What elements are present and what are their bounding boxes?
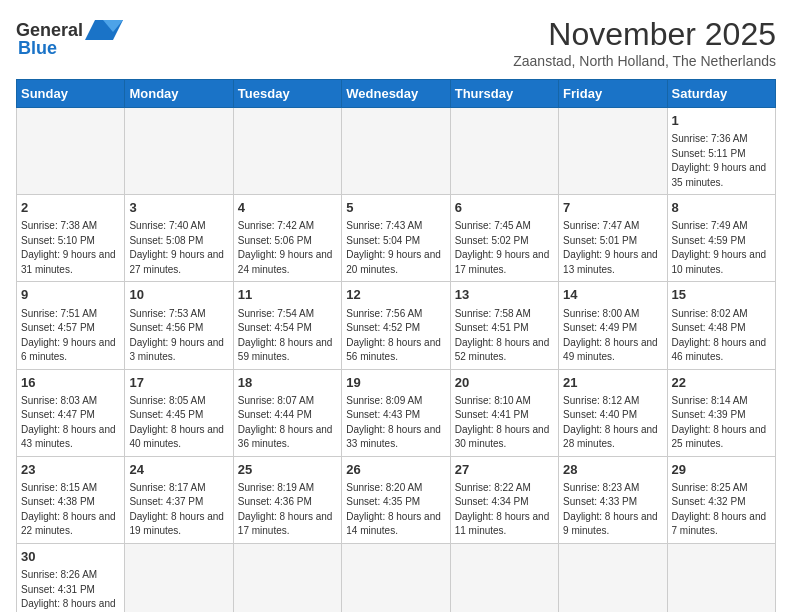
day-number: 11 bbox=[238, 286, 337, 304]
day-number: 25 bbox=[238, 461, 337, 479]
calendar-cell: 20Sunrise: 8:10 AM Sunset: 4:41 PM Dayli… bbox=[450, 369, 558, 456]
calendar-cell: 12Sunrise: 7:56 AM Sunset: 4:52 PM Dayli… bbox=[342, 282, 450, 369]
calendar-cell bbox=[125, 108, 233, 195]
day-info: Sunrise: 7:42 AM Sunset: 5:06 PM Dayligh… bbox=[238, 219, 337, 277]
day-info: Sunrise: 8:26 AM Sunset: 4:31 PM Dayligh… bbox=[21, 568, 120, 612]
col-header-saturday: Saturday bbox=[667, 80, 775, 108]
day-info: Sunrise: 7:49 AM Sunset: 4:59 PM Dayligh… bbox=[672, 219, 771, 277]
week-row-0: 1Sunrise: 7:36 AM Sunset: 5:11 PM Daylig… bbox=[17, 108, 776, 195]
calendar-cell: 29Sunrise: 8:25 AM Sunset: 4:32 PM Dayli… bbox=[667, 456, 775, 543]
week-row-1: 2Sunrise: 7:38 AM Sunset: 5:10 PM Daylig… bbox=[17, 195, 776, 282]
logo: General Blue bbox=[16, 16, 123, 59]
calendar-cell: 28Sunrise: 8:23 AM Sunset: 4:33 PM Dayli… bbox=[559, 456, 667, 543]
calendar-cell: 6Sunrise: 7:45 AM Sunset: 5:02 PM Daylig… bbox=[450, 195, 558, 282]
day-info: Sunrise: 8:09 AM Sunset: 4:43 PM Dayligh… bbox=[346, 394, 445, 452]
day-info: Sunrise: 7:38 AM Sunset: 5:10 PM Dayligh… bbox=[21, 219, 120, 277]
week-row-2: 9Sunrise: 7:51 AM Sunset: 4:57 PM Daylig… bbox=[17, 282, 776, 369]
day-info: Sunrise: 7:45 AM Sunset: 5:02 PM Dayligh… bbox=[455, 219, 554, 277]
day-number: 26 bbox=[346, 461, 445, 479]
day-number: 14 bbox=[563, 286, 662, 304]
calendar-cell bbox=[125, 543, 233, 612]
calendar-cell: 10Sunrise: 7:53 AM Sunset: 4:56 PM Dayli… bbox=[125, 282, 233, 369]
calendar-cell bbox=[450, 543, 558, 612]
calendar-table: SundayMondayTuesdayWednesdayThursdayFrid… bbox=[16, 79, 776, 612]
day-number: 1 bbox=[672, 112, 771, 130]
day-number: 24 bbox=[129, 461, 228, 479]
day-info: Sunrise: 8:00 AM Sunset: 4:49 PM Dayligh… bbox=[563, 307, 662, 365]
calendar-cell bbox=[233, 108, 341, 195]
col-header-thursday: Thursday bbox=[450, 80, 558, 108]
calendar-cell: 30Sunrise: 8:26 AM Sunset: 4:31 PM Dayli… bbox=[17, 543, 125, 612]
calendar-cell: 11Sunrise: 7:54 AM Sunset: 4:54 PM Dayli… bbox=[233, 282, 341, 369]
day-info: Sunrise: 8:14 AM Sunset: 4:39 PM Dayligh… bbox=[672, 394, 771, 452]
calendar-cell: 8Sunrise: 7:49 AM Sunset: 4:59 PM Daylig… bbox=[667, 195, 775, 282]
day-number: 8 bbox=[672, 199, 771, 217]
calendar-cell bbox=[342, 543, 450, 612]
calendar-cell: 5Sunrise: 7:43 AM Sunset: 5:04 PM Daylig… bbox=[342, 195, 450, 282]
day-number: 5 bbox=[346, 199, 445, 217]
calendar-cell: 24Sunrise: 8:17 AM Sunset: 4:37 PM Dayli… bbox=[125, 456, 233, 543]
day-info: Sunrise: 8:10 AM Sunset: 4:41 PM Dayligh… bbox=[455, 394, 554, 452]
calendar-cell bbox=[559, 108, 667, 195]
calendar-cell: 21Sunrise: 8:12 AM Sunset: 4:40 PM Dayli… bbox=[559, 369, 667, 456]
day-number: 3 bbox=[129, 199, 228, 217]
calendar-cell bbox=[233, 543, 341, 612]
col-header-tuesday: Tuesday bbox=[233, 80, 341, 108]
day-number: 12 bbox=[346, 286, 445, 304]
calendar-cell: 1Sunrise: 7:36 AM Sunset: 5:11 PM Daylig… bbox=[667, 108, 775, 195]
day-info: Sunrise: 8:22 AM Sunset: 4:34 PM Dayligh… bbox=[455, 481, 554, 539]
calendar-cell: 9Sunrise: 7:51 AM Sunset: 4:57 PM Daylig… bbox=[17, 282, 125, 369]
day-info: Sunrise: 7:36 AM Sunset: 5:11 PM Dayligh… bbox=[672, 132, 771, 190]
day-number: 29 bbox=[672, 461, 771, 479]
calendar-cell: 27Sunrise: 8:22 AM Sunset: 4:34 PM Dayli… bbox=[450, 456, 558, 543]
location-subtitle: Zaanstad, North Holland, The Netherlands bbox=[513, 53, 776, 69]
day-info: Sunrise: 7:53 AM Sunset: 4:56 PM Dayligh… bbox=[129, 307, 228, 365]
calendar-cell: 4Sunrise: 7:42 AM Sunset: 5:06 PM Daylig… bbox=[233, 195, 341, 282]
week-row-5: 30Sunrise: 8:26 AM Sunset: 4:31 PM Dayli… bbox=[17, 543, 776, 612]
day-info: Sunrise: 7:43 AM Sunset: 5:04 PM Dayligh… bbox=[346, 219, 445, 277]
day-info: Sunrise: 8:23 AM Sunset: 4:33 PM Dayligh… bbox=[563, 481, 662, 539]
day-info: Sunrise: 7:58 AM Sunset: 4:51 PM Dayligh… bbox=[455, 307, 554, 365]
logo-blue-text: Blue bbox=[18, 38, 57, 59]
calendar-cell: 26Sunrise: 8:20 AM Sunset: 4:35 PM Dayli… bbox=[342, 456, 450, 543]
calendar-cell: 22Sunrise: 8:14 AM Sunset: 4:39 PM Dayli… bbox=[667, 369, 775, 456]
title-section: November 2025 Zaanstad, North Holland, T… bbox=[513, 16, 776, 69]
day-info: Sunrise: 7:56 AM Sunset: 4:52 PM Dayligh… bbox=[346, 307, 445, 365]
calendar-cell: 7Sunrise: 7:47 AM Sunset: 5:01 PM Daylig… bbox=[559, 195, 667, 282]
day-info: Sunrise: 8:17 AM Sunset: 4:37 PM Dayligh… bbox=[129, 481, 228, 539]
day-info: Sunrise: 7:47 AM Sunset: 5:01 PM Dayligh… bbox=[563, 219, 662, 277]
day-number: 2 bbox=[21, 199, 120, 217]
day-number: 9 bbox=[21, 286, 120, 304]
day-number: 30 bbox=[21, 548, 120, 566]
calendar-cell: 19Sunrise: 8:09 AM Sunset: 4:43 PM Dayli… bbox=[342, 369, 450, 456]
day-number: 17 bbox=[129, 374, 228, 392]
day-info: Sunrise: 7:51 AM Sunset: 4:57 PM Dayligh… bbox=[21, 307, 120, 365]
calendar-cell bbox=[450, 108, 558, 195]
day-number: 18 bbox=[238, 374, 337, 392]
day-info: Sunrise: 7:40 AM Sunset: 5:08 PM Dayligh… bbox=[129, 219, 228, 277]
day-number: 6 bbox=[455, 199, 554, 217]
day-number: 22 bbox=[672, 374, 771, 392]
calendar-cell: 23Sunrise: 8:15 AM Sunset: 4:38 PM Dayli… bbox=[17, 456, 125, 543]
col-header-sunday: Sunday bbox=[17, 80, 125, 108]
day-info: Sunrise: 8:03 AM Sunset: 4:47 PM Dayligh… bbox=[21, 394, 120, 452]
day-info: Sunrise: 8:15 AM Sunset: 4:38 PM Dayligh… bbox=[21, 481, 120, 539]
day-number: 7 bbox=[563, 199, 662, 217]
calendar-cell bbox=[667, 543, 775, 612]
day-number: 19 bbox=[346, 374, 445, 392]
calendar-cell: 13Sunrise: 7:58 AM Sunset: 4:51 PM Dayli… bbox=[450, 282, 558, 369]
day-info: Sunrise: 8:02 AM Sunset: 4:48 PM Dayligh… bbox=[672, 307, 771, 365]
day-number: 15 bbox=[672, 286, 771, 304]
day-number: 10 bbox=[129, 286, 228, 304]
calendar-cell: 18Sunrise: 8:07 AM Sunset: 4:44 PM Dayli… bbox=[233, 369, 341, 456]
day-info: Sunrise: 8:12 AM Sunset: 4:40 PM Dayligh… bbox=[563, 394, 662, 452]
week-row-3: 16Sunrise: 8:03 AM Sunset: 4:47 PM Dayli… bbox=[17, 369, 776, 456]
calendar-cell bbox=[342, 108, 450, 195]
day-number: 23 bbox=[21, 461, 120, 479]
day-number: 16 bbox=[21, 374, 120, 392]
logo-icon bbox=[85, 16, 123, 44]
day-number: 21 bbox=[563, 374, 662, 392]
calendar-cell bbox=[17, 108, 125, 195]
day-info: Sunrise: 8:20 AM Sunset: 4:35 PM Dayligh… bbox=[346, 481, 445, 539]
calendar-cell: 25Sunrise: 8:19 AM Sunset: 4:36 PM Dayli… bbox=[233, 456, 341, 543]
